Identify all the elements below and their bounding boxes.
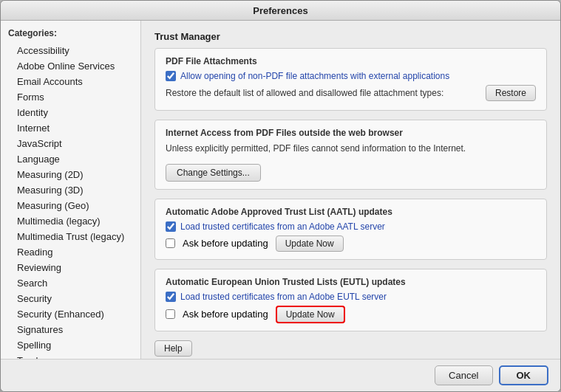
aatl-ask-checkbox[interactable] xyxy=(166,238,175,248)
internet-access-note: Unless explicitly permitted, PDF files c… xyxy=(166,142,536,155)
ok-button[interactable]: OK xyxy=(499,365,549,385)
allow-non-pdf-label: Allow opening of non-PDF file attachment… xyxy=(180,71,449,81)
restore-row: Restore the default list of allowed and … xyxy=(166,85,536,101)
eutl-title: Automatic European Union Trusted Lists (… xyxy=(166,277,536,287)
sidebar-item-spelling[interactable]: Spelling xyxy=(1,337,140,353)
main-content: Trust Manager PDF File Attachments Allow… xyxy=(141,21,560,359)
aatl-update-now-button[interactable]: Update Now xyxy=(276,235,344,252)
sidebar-item-accessibility[interactable]: Accessibility xyxy=(1,43,140,58)
allow-non-pdf-checkbox[interactable] xyxy=(166,71,176,81)
sidebar-item-multimedia-trust-legacy[interactable]: Multimedia Trust (legacy) xyxy=(1,229,140,244)
sidebar-item-signatures[interactable]: Signatures xyxy=(1,322,140,337)
change-settings-button[interactable]: Change Settings... xyxy=(166,164,261,182)
sidebar-item-search[interactable]: Search xyxy=(1,275,140,291)
preferences-dialog: Preferences Categories: AccessibilityAdo… xyxy=(0,0,561,392)
sidebar-item-security-enhanced[interactable]: Security (Enhanced) xyxy=(1,306,140,322)
sidebar-item-measuring-geo[interactable]: Measuring (Geo) xyxy=(1,198,140,213)
section-title: Trust Manager xyxy=(154,31,547,42)
sidebar-item-internet[interactable]: Internet xyxy=(1,120,140,136)
eutl-ask-label: Ask before updating xyxy=(183,309,268,320)
sidebar: Categories: AccessibilityAdobe Online Se… xyxy=(1,21,141,359)
restore-button[interactable]: Restore xyxy=(486,85,536,101)
dialog-title: Preferences xyxy=(253,5,307,16)
aatl-update-row: Ask before updating Update Now xyxy=(166,235,536,252)
sidebar-item-measuring-2d[interactable]: Measuring (2D) xyxy=(1,167,140,182)
pdf-attachments-box: PDF File Attachments Allow opening of no… xyxy=(154,48,547,111)
aatl-ask-label: Ask before updating xyxy=(183,238,268,249)
eutl-update-row: Ask before updating Update Now xyxy=(166,306,536,323)
aatl-load-label: Load trusted certificates from an Adobe … xyxy=(180,221,385,232)
aatl-box: Automatic Adobe Approved Trust List (AAT… xyxy=(154,199,547,260)
eutl-ask-checkbox[interactable] xyxy=(166,309,175,319)
sidebar-item-adobe-online-services[interactable]: Adobe Online Services xyxy=(1,58,140,74)
sidebar-item-identity[interactable]: Identity xyxy=(1,105,140,120)
aatl-load-checkbox[interactable] xyxy=(166,221,176,232)
sidebar-item-measuring-3d[interactable]: Measuring (3D) xyxy=(1,182,140,198)
sidebar-item-tracker[interactable]: Tracker xyxy=(1,353,140,359)
sidebar-item-reading[interactable]: Reading xyxy=(1,244,140,260)
sidebar-item-email-accounts[interactable]: Email Accounts xyxy=(1,74,140,89)
aatl-title: Automatic Adobe Approved Trust List (AAT… xyxy=(166,207,536,217)
eutl-load-row: Load trusted certificates from an Adobe … xyxy=(166,292,536,302)
title-bar: Preferences xyxy=(1,1,560,21)
restore-label: Restore the default list of allowed and … xyxy=(166,88,480,98)
sidebar-header: Categories: xyxy=(1,27,140,43)
internet-access-box: Internet Access from PDF Files outside t… xyxy=(154,120,547,190)
footer-right: Cancel OK xyxy=(435,365,548,385)
eutl-box: Automatic European Union Trusted Lists (… xyxy=(154,269,547,331)
sidebar-item-language[interactable]: Language xyxy=(1,151,140,167)
cancel-button[interactable]: Cancel xyxy=(435,365,492,385)
dialog-footer: Cancel OK xyxy=(1,359,560,391)
eutl-load-label: Load trusted certificates from an Adobe … xyxy=(180,292,387,302)
sidebar-item-javascript[interactable]: JavaScript xyxy=(1,136,140,151)
sidebar-item-forms[interactable]: Forms xyxy=(1,89,140,105)
allow-non-pdf-row: Allow opening of non-PDF file attachment… xyxy=(166,71,536,81)
eutl-update-now-button[interactable]: Update Now xyxy=(276,306,345,323)
pdf-attachments-title: PDF File Attachments xyxy=(166,56,536,66)
sidebar-item-multimedia-legacy[interactable]: Multimedia (legacy) xyxy=(1,213,140,229)
help-button[interactable]: Help xyxy=(154,340,192,357)
dialog-body: Categories: AccessibilityAdobe Online Se… xyxy=(1,21,560,359)
sidebar-item-reviewing[interactable]: Reviewing xyxy=(1,260,140,275)
eutl-load-checkbox[interactable] xyxy=(166,292,176,302)
sidebar-item-security[interactable]: Security xyxy=(1,291,140,306)
aatl-load-row: Load trusted certificates from an Adobe … xyxy=(166,221,536,232)
internet-access-title: Internet Access from PDF Files outside t… xyxy=(166,128,536,138)
